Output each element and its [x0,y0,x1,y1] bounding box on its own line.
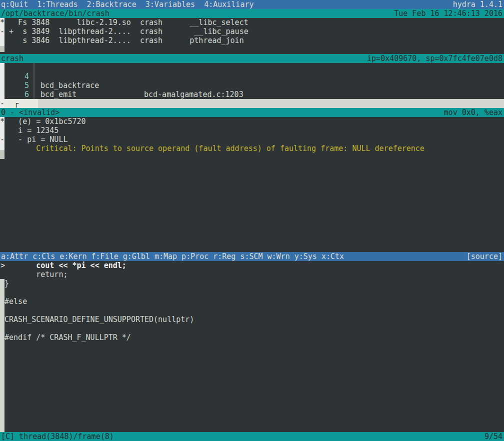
backtrace-title: crash [1,54,24,63]
menu-item-quit[interactable]: q:Quit [1,0,28,9]
variable-mark-indicator: - [0,135,4,144]
backtrace-mark-indicator: - [0,99,4,108]
shortcut-cls[interactable]: c:Cls [32,252,55,261]
backtrace-frame-row[interactable]: 7 __restore_rt ../nptl/sysdeps/pthread/f… [0,90,504,99]
source-scrollbar-thumb[interactable] [0,279,4,432]
view-mode-badge: [source] [466,252,502,261]
variable-row[interactable]: i = 12345 [0,126,504,135]
frame-info-title: 0 - <invalid> [1,108,60,117]
source-line: #endif /* CRASH_F_NULLPTR */ [0,333,504,342]
status-position: 9/54 [484,432,502,441]
threads-panel: Fs 3848 libc-2.19.so crash __libc_select… [0,18,504,54]
menu-item-threads[interactable]: 1:Threads [37,0,78,9]
variable-row[interactable]: - pi = NULL [0,135,504,144]
backtrace-header-bar: crash ip=0x409670, sp=0x7fc4fe07e0d8 [0,54,504,63]
backtrace-frame-row-selected[interactable]: ┌ 8 scenario_nullptr_fault nullptr.cpp:2… [0,99,504,108]
register-values: ip=0x409670, sp=0x7fc4fe07e0d8 [367,54,502,63]
thread-mark-indicator: - [0,27,4,36]
variable-row[interactable]: (e) = 0x1bc5720 [0,117,504,126]
clock: Tue Feb 16 12:46:13 2016 [394,9,502,18]
status-context: [C] thread(3848)/frame(8) [1,432,114,441]
current-frame-icon: ┌ [14,99,18,108]
shortcut-ctx[interactable]: x:Ctx [322,252,344,261]
variable-text: i = 12345 [0,126,58,135]
menu-item-backtrace[interactable]: 2:Backtrace [86,0,136,9]
shortcut-map[interactable]: m:Map [154,252,177,261]
source-code-text: return; [0,270,68,279]
status-bar: [C] thread(3848)/frame(8) 9/54 [0,432,504,441]
shortcut-attr[interactable]: a:Attr [1,252,28,261]
selected-frame-band [4,99,38,108]
shortcut-items: a:Attrc:Clse:Kernf:Fileg:Glblm:Mapp:Proc… [1,252,348,261]
source-line: #else [0,297,504,306]
source-line [0,288,504,297]
thread-row-text: + s 3849 libpthread-2.... crash __libc_p… [0,27,248,36]
executable-path: /opt/backtrace/bin/crash [1,9,110,18]
thread-row[interactable]: + s 3849 libpthread-2.... crash __libc_p… [0,27,504,36]
source-line [0,324,504,333]
shortcut-scm[interactable]: s:SCM [240,252,262,261]
source-code-text: #endif /* CRASH_F_NULLPTR */ [0,333,131,342]
thread-current-marker: * [0,18,4,27]
menu-item-auxiliary[interactable]: 4:Auxiliary [204,0,254,9]
source-code-text: cout << *pi << endl; [0,261,126,270]
menubar: q:Quit1:Threads2:Backtrace3:Variables4:A… [0,0,504,9]
shortcut-proc[interactable]: p:Proc [182,252,208,261]
variable-text: (e) = 0x1bc5720 [0,117,86,126]
path-bar: /opt/backtrace/bin/crash Tue Feb 16 12:4… [0,9,504,18]
thread-row[interactable]: s 3846 libpthread-2.... crash pthread_jo… [0,36,504,45]
backtrace-frame-row[interactable]: 4 bcd_backtrace bcd-amalgamated.c:1203 [0,63,504,72]
variable-current-marker: * [0,117,4,126]
thread-row-text: s 3846 libpthread-2.... crash pthread_jo… [0,36,244,45]
source-line-current: > cout << *pi << endl; [0,261,504,270]
backtrace-frame-row[interactable]: 5 bcd_emit bcd-amalgamated.c:1215 [0,72,504,81]
source-code-text: CRASH_SCENARIO_DEFINE_UNSUPPORTED(nullpt… [0,315,194,324]
menu-item-variables[interactable]: 3:Variables [146,0,195,9]
variables-panel: (e) = 0x1bc5720 i = 12345 - pi = NULL Cr… [0,117,504,252]
menu-items: q:Quit1:Threads2:Backtrace3:Variables4:A… [1,0,263,9]
shortcut-sys[interactable]: y:Sys [294,252,317,261]
variables-scrollbar-thumb[interactable] [0,150,4,159]
critical-warning-text: Critical: Points to source operand (faul… [0,144,424,153]
thread-row-text: Fs 3848 libc-2.19.so crash __libc_select [0,18,248,27]
frame-info-bar: 0 - <invalid> mov 0x0, %eax [0,108,504,117]
source-panel: > cout << *pi << endl; return; } #else C… [0,261,504,432]
backtrace-panel: 4 bcd_backtrace bcd-amalgamated.c:1203 5… [0,63,504,108]
source-shortcut-bar: a:Attrc:Clse:Kernf:Fileg:Glblm:Mapp:Proc… [0,252,504,261]
thread-row[interactable]: Fs 3848 libc-2.19.so crash __libc_select [0,18,504,27]
app-title: hydra 1.4.1 [453,0,502,9]
threads-scrollbar-thumb[interactable] [0,46,4,52]
shortcut-reg[interactable]: r:Reg [213,252,236,261]
variable-text: - pi = NULL [0,135,68,144]
variable-warning-row: Critical: Points to source operand (faul… [0,144,504,153]
shortcut-wrn[interactable]: w:Wrn [268,252,290,261]
shortcut-glbl[interactable]: g:Glbl [123,252,150,261]
source-line: return; [0,270,504,279]
source-line: } [0,279,504,288]
source-line [0,306,504,315]
backtrace-frame-row[interactable]: 6 crash_signal crash.c:416 [0,81,504,90]
source-line: CRASH_SCENARIO_DEFINE_UNSUPPORTED(nullpt… [0,315,504,324]
shortcut-kern[interactable]: e:Kern [60,252,86,261]
shortcut-file[interactable]: f:File [92,252,118,261]
current-instruction: mov 0x0, %eax [444,108,502,117]
